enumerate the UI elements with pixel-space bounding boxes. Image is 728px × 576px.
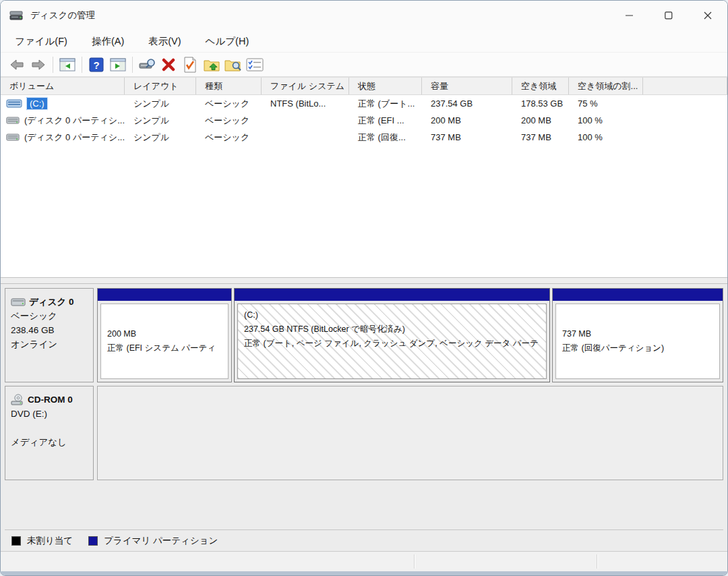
toolbar: ? — [1, 53, 727, 77]
cell-status: 正常 (ブート... — [349, 95, 422, 112]
table-row-volume-c[interactable]: (C:) シンプル ベーシック NTFS (BitLo... 正常 (ブート..… — [1, 95, 727, 112]
volume-name: (C:) — [27, 98, 47, 109]
window-title: ディスクの管理 — [30, 9, 95, 22]
show-console-tree-icon — [59, 57, 75, 72]
column-header-free-space[interactable]: 空き領域 — [512, 78, 569, 94]
column-header-layout[interactable]: レイアウト — [125, 78, 196, 94]
cell-free-percent: 100 % — [569, 112, 643, 129]
folder-up-button[interactable] — [201, 55, 222, 75]
delete-icon — [162, 58, 175, 71]
cell-status: 正常 (回復... — [349, 129, 422, 146]
partition-block-efi[interactable]: 200 MB 正常 (EFI システム パーティ — [97, 288, 232, 382]
disk-size: 238.46 GB — [11, 323, 88, 337]
toolbar-separator — [132, 57, 133, 73]
options-button[interactable] — [244, 55, 266, 75]
volume-name: (ディスク 0 パーティシ... — [24, 132, 125, 144]
cell-status: 正常 (EFI ... — [349, 112, 422, 129]
partition-legend: 未割り当て プライマリ パーティション — [5, 529, 723, 551]
status-bar-divider — [597, 554, 597, 569]
disk0-info-panel[interactable]: ディスク 0 ベーシック 238.46 GB オンライン — [5, 288, 94, 382]
disk-name: ディスク 0 — [29, 295, 74, 309]
rescan-disks-icon — [138, 58, 156, 71]
cell-type: ベーシック — [196, 95, 262, 112]
forward-icon — [30, 59, 47, 71]
partition-size: 237.54 GB NTFS (BitLocker で暗号化済み) — [244, 322, 540, 337]
minimize-icon — [626, 11, 634, 20]
cdrom-name: CD-ROM 0 — [28, 393, 73, 407]
disk-status: オンライン — [11, 337, 88, 351]
cdrom0-empty-region — [97, 386, 723, 480]
pane-splitter[interactable] — [1, 277, 727, 284]
properties-button[interactable] — [179, 55, 201, 75]
delete-button[interactable] — [158, 55, 179, 75]
close-icon — [704, 11, 712, 20]
partition-status: 正常 (ブート, ページ ファイル, クラッシュ ダンプ, ベーシック データ … — [244, 337, 540, 351]
cdrom0-info-panel[interactable]: CD-ROM 0 DVD (E:) メディアなし — [5, 386, 94, 480]
toolbar-separator — [53, 57, 53, 73]
table-row-partition-efi[interactable]: (ディスク 0 パーティシ... シンプル ベーシック 正常 (EFI ... … — [1, 112, 727, 129]
toolbar-separator — [82, 57, 82, 73]
cell-type: ベーシック — [196, 112, 262, 129]
partition-block-recovery[interactable]: 737 MB 正常 (回復パーティション) — [552, 288, 723, 382]
cell-filesystem: NTFS (BitLo... — [262, 95, 349, 112]
back-button[interactable] — [6, 55, 28, 75]
cell-filesystem — [262, 112, 349, 129]
partition-label: (C:) — [244, 308, 540, 322]
column-header-filesystem[interactable]: ファイル システム — [262, 78, 349, 94]
cell-free-space: 178.53 GB — [512, 95, 569, 112]
show-action-pane-button[interactable] — [107, 55, 129, 75]
column-header-capacity[interactable]: 容量 — [422, 78, 512, 94]
menu-action[interactable]: 操作(A) — [84, 32, 131, 51]
forward-button[interactable] — [28, 55, 49, 75]
help-button[interactable]: ? — [86, 55, 107, 75]
properties-icon — [183, 57, 197, 73]
partition-block-c[interactable]: (C:) 237.54 GB NTFS (BitLocker で暗号化済み) 正… — [234, 288, 550, 382]
menu-bar: ファイル(F) 操作(A) 表示(V) ヘルプ(H) — [1, 30, 727, 53]
disk-drive-icon — [11, 298, 26, 306]
cdrom0-row: CD-ROM 0 DVD (E:) メディアなし — [5, 386, 723, 480]
show-action-pane-icon — [110, 57, 126, 72]
cell-free-space: 737 MB — [512, 129, 569, 146]
window-bottom-edge — [1, 571, 727, 575]
menu-help[interactable]: ヘルプ(H) — [198, 32, 257, 51]
cell-free-percent: 75 % — [569, 95, 643, 112]
column-header-type[interactable]: 種類 — [196, 78, 262, 94]
column-header-filler — [643, 78, 727, 94]
partition-size: 737 MB — [562, 327, 713, 341]
column-header-free-percent[interactable]: 空き領域の割... — [569, 78, 643, 94]
cell-layout: シンプル — [125, 112, 196, 129]
disk0-partitions: 200 MB 正常 (EFI システム パーティ (C:) 237.54 GB … — [97, 288, 723, 382]
help-icon: ? — [89, 57, 104, 72]
table-row-partition-recovery[interactable]: (ディスク 0 パーティシ... シンプル ベーシック 正常 (回復... 73… — [1, 129, 727, 146]
minimize-button[interactable] — [610, 1, 649, 30]
cell-capacity: 200 MB — [422, 112, 512, 129]
primary-partition-color-bar — [235, 289, 549, 301]
rescan-disks-button[interactable] — [136, 55, 158, 75]
volume-icon — [6, 99, 22, 108]
legend-item-primary-partition: プライマリ パーティション — [88, 535, 218, 547]
column-header-volume[interactable]: ボリューム — [1, 78, 125, 94]
explore-button[interactable] — [222, 55, 244, 75]
cd-rom-icon — [11, 394, 24, 406]
maximize-button[interactable] — [649, 1, 688, 30]
cell-free-space: 200 MB — [512, 112, 569, 129]
unallocated-color-swatch — [11, 536, 21, 546]
cell-type: ベーシック — [196, 129, 262, 146]
cell-capacity: 237.54 GB — [422, 95, 512, 112]
svg-text:?: ? — [93, 59, 99, 70]
cdrom-media-status: メディアなし — [11, 435, 88, 449]
legend-label: プライマリ パーティション — [104, 535, 218, 547]
column-header-status[interactable]: 状態 — [349, 78, 422, 94]
partition-status: 正常 (回復パーティション) — [562, 341, 713, 355]
legend-label: 未割り当て — [27, 535, 73, 547]
menu-view[interactable]: 表示(V) — [141, 32, 188, 51]
close-button[interactable] — [688, 1, 727, 30]
volume-icon — [6, 133, 20, 142]
show-console-tree-button[interactable] — [57, 55, 78, 75]
status-bar-divider — [414, 554, 415, 569]
window-controls — [610, 1, 727, 30]
partition-status: 正常 (EFI システム パーティ — [107, 341, 222, 355]
menu-file[interactable]: ファイル(F) — [7, 32, 75, 51]
primary-partition-color-bar — [98, 289, 231, 301]
disk-drive-icon — [9, 9, 24, 22]
